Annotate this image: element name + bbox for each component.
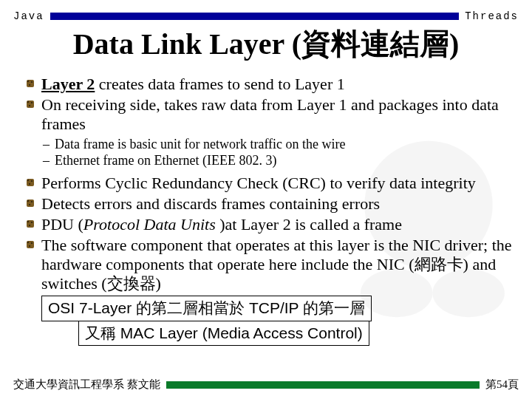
slide-content: Layer 2 creates data frames to send to L… bbox=[0, 75, 532, 346]
bullet-6: The software component that operates at … bbox=[41, 236, 514, 293]
footer-left: 交通大學資訊工程學系 蔡文能 bbox=[13, 378, 160, 392]
bullet-5a: PDU ( bbox=[41, 215, 83, 233]
bullet-1-emph: Layer 2 bbox=[41, 75, 95, 93]
bullet-5: PDU (Protocol Data Units )at Layer 2 is … bbox=[41, 215, 514, 234]
bullet-1: Layer 2 creates data frames to send to L… bbox=[41, 75, 514, 94]
sub-1: Data frame is basic unit for network tra… bbox=[55, 137, 514, 153]
bullet-4: Detects errors and discards frames conta… bbox=[41, 194, 514, 214]
box-2: 又稱 MAC Layer (Media Access Control) bbox=[78, 321, 369, 346]
footer-rule bbox=[166, 381, 480, 389]
bullet-5b: Protocol Data Units bbox=[83, 215, 219, 233]
footer-bar: 交通大學資訊工程學系 蔡文能 第54頁 bbox=[0, 378, 532, 392]
header-right: Threads bbox=[465, 10, 519, 22]
bullet-1-text: creates data frames to send to Layer 1 bbox=[95, 75, 344, 93]
bullet-3: Performs Cyclic Redundancy Check (CRC) t… bbox=[41, 174, 514, 193]
header-rule bbox=[50, 13, 460, 20]
header-left: Java bbox=[13, 10, 44, 22]
bullet-5c: )at Layer 2 is called a frame bbox=[219, 215, 402, 233]
sublist: Data frame is basic unit for network tra… bbox=[55, 137, 514, 169]
bullet-2: On receiving side, takes raw data from L… bbox=[41, 95, 514, 134]
footer-right: 第54頁 bbox=[485, 378, 519, 392]
header-bar: Java Threads bbox=[0, 0, 532, 22]
box-1: OSI 7-Layer 的第二層相當於 TCP/IP 的第一層 bbox=[41, 296, 372, 321]
sub-2: Ethernet frame on Ethernet (IEEE 802. 3) bbox=[55, 153, 514, 169]
slide-title: Data Link Layer (資料連結層) bbox=[0, 24, 532, 64]
